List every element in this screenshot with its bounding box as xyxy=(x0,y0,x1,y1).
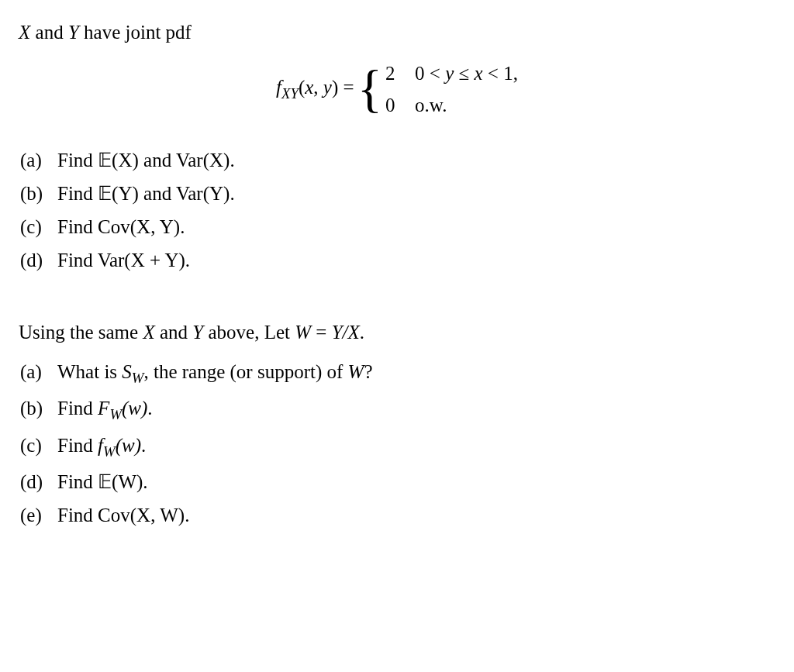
eq-equals: = xyxy=(338,77,354,98)
item-text: Find Var(X + Y). xyxy=(57,246,190,274)
item-text: What is SW, the range (or support) of W? xyxy=(57,358,373,388)
case2-value: 0 xyxy=(385,91,401,119)
case-1: 2 0 < y ≤ x < 1, xyxy=(385,60,518,87)
q2-e: (e) Find Cov(X, W). xyxy=(19,501,775,529)
item-label: (c) xyxy=(20,213,48,240)
q1-a: (a) Find 𝔼(X) and Var(X). xyxy=(19,146,775,174)
question-list-2: (a) What is SW, the range (or support) o… xyxy=(19,358,775,529)
item-text: Find FW(w). xyxy=(57,395,153,425)
item-text: Find 𝔼(W). xyxy=(57,468,148,495)
joint-pdf-equation: fXY(x, y) = { 2 0 < y ≤ x < 1, 0 o.w. xyxy=(19,60,775,119)
case1-condition: 0 < y ≤ x < 1, xyxy=(415,60,518,87)
item-label: (b) xyxy=(20,395,48,425)
intro-suffix: have joint pdf xyxy=(79,22,192,43)
q2-a: (a) What is SW, the range (or support) o… xyxy=(19,358,775,388)
eq-f: f xyxy=(276,77,281,98)
case-2: 0 o.w. xyxy=(385,91,518,119)
q1-b: (b) Find 𝔼(Y) and Var(Y). xyxy=(19,180,775,207)
item-text: Find fW(w). xyxy=(57,432,146,462)
item-label: (c) xyxy=(20,432,48,462)
item-text: Find 𝔼(Y) and Var(Y). xyxy=(57,180,235,207)
question-list-1: (a) Find 𝔼(X) and Var(X). (b) Find 𝔼(Y) … xyxy=(19,146,775,274)
intro-prefix: and xyxy=(30,22,68,43)
item-label: (a) xyxy=(20,146,48,174)
problem-intro: X and Y have joint pdf xyxy=(19,19,775,46)
var-X: X xyxy=(19,22,30,43)
item-label: (b) xyxy=(20,180,48,207)
case2-condition: o.w. xyxy=(415,91,447,119)
item-label: (d) xyxy=(20,468,48,495)
item-text: Find 𝔼(X) and Var(X). xyxy=(57,146,235,174)
eq-arg-x: x xyxy=(305,77,313,98)
brace-icon: { xyxy=(354,63,384,115)
cases: 2 0 < y ≤ x < 1, 0 o.w. xyxy=(384,60,518,119)
item-label: (a) xyxy=(20,358,48,388)
item-text: Find Cov(X, W). xyxy=(57,501,189,529)
var-Y: Y xyxy=(68,22,79,43)
eq-args-open: ( xyxy=(299,77,305,98)
q2-d: (d) Find 𝔼(W). xyxy=(19,468,775,495)
item-text: Find Cov(X, Y). xyxy=(57,213,185,240)
q1-d: (d) Find Var(X + Y). xyxy=(19,246,775,274)
case1-value: 2 xyxy=(385,60,401,87)
eq-sub: XY xyxy=(281,85,299,102)
q1-c: (c) Find Cov(X, Y). xyxy=(19,213,775,240)
eq-arg-sep: , xyxy=(313,77,323,98)
item-label: (d) xyxy=(20,246,48,274)
q2-b: (b) Find FW(w). xyxy=(19,395,775,425)
item-label: (e) xyxy=(20,501,48,529)
eq-arg-y: y xyxy=(323,77,332,98)
problem-intro-2: Using the same X and Y above, Let W = Y/… xyxy=(19,319,775,346)
q2-c: (c) Find fW(w). xyxy=(19,432,775,462)
